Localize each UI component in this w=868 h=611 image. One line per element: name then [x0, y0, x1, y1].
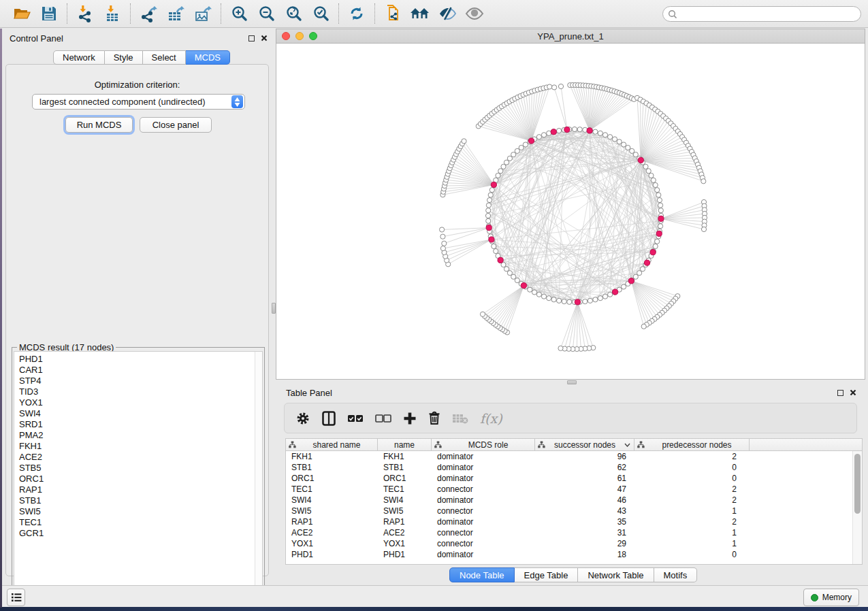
- import-table-icon[interactable]: [102, 3, 123, 24]
- show-graphics-details-eye-icon[interactable]: [464, 3, 485, 24]
- tab-network-table[interactable]: Network Table: [578, 567, 654, 582]
- table-row[interactable]: YOX1YOX1connector291: [286, 538, 852, 549]
- search-input[interactable]: [677, 8, 861, 20]
- mcds-result-item[interactable]: ORC1: [14, 474, 262, 484]
- tab-select[interactable]: Select: [143, 50, 186, 65]
- mcds-result-item[interactable]: PMA2: [14, 430, 262, 441]
- import-network-icon[interactable]: [75, 3, 95, 24]
- zoom-selected-icon[interactable]: [310, 3, 331, 24]
- tab-node-table[interactable]: Node Table: [449, 567, 515, 582]
- memory-status-dot-icon: [811, 594, 818, 601]
- tab-motifs[interactable]: Motifs: [654, 567, 698, 582]
- table-options-gear-icon[interactable]: [295, 408, 310, 429]
- table-row[interactable]: RAP1RAP1dominator352: [286, 516, 852, 527]
- run-mcds-button[interactable]: Run MCDS: [65, 117, 133, 133]
- table-scrollbar-thumb[interactable]: [854, 454, 861, 514]
- column-header-successor-nodes[interactable]: successor nodes: [535, 439, 634, 450]
- table-row[interactable]: TEC1TEC1connector472: [286, 484, 852, 495]
- network-panel: YPA_prune.txt_1: [276, 29, 865, 380]
- tab-mcds[interactable]: MCDS: [186, 50, 230, 65]
- table-cell: YOX1: [286, 538, 378, 549]
- mcds-result-item[interactable]: FKH1: [14, 441, 262, 452]
- node-table-rows[interactable]: FKH1FKH1dominator962STB1STB1dominator620…: [286, 451, 852, 564]
- mcds-result-item[interactable]: GCR1: [14, 528, 262, 539]
- memory-button[interactable]: Memory: [803, 589, 859, 606]
- select-all-rows-icon[interactable]: [347, 408, 364, 429]
- optimization-criterion-select[interactable]: largest connected component (undirected): [32, 94, 245, 110]
- network-window-titlebar[interactable]: YPA_prune.txt_1: [276, 29, 865, 44]
- save-session-icon[interactable]: [39, 3, 59, 24]
- float-table-panel-icon[interactable]: [837, 390, 843, 396]
- mcds-list-scrollbar[interactable]: [255, 352, 262, 597]
- deselect-all-rows-icon[interactable]: [375, 408, 391, 429]
- delete-column-trash-icon[interactable]: [428, 408, 440, 429]
- table-row[interactable]: ORC1ORC1dominator610: [286, 473, 852, 484]
- export-network-icon[interactable]: [138, 3, 159, 24]
- memory-label: Memory: [822, 593, 852, 602]
- task-history-list-icon[interactable]: [7, 589, 25, 606]
- mcds-result-item[interactable]: STB1: [14, 495, 262, 506]
- column-header-name[interactable]: name: [378, 439, 432, 450]
- close-panel-button[interactable]: Close panel: [140, 117, 212, 133]
- mcds-result-list[interactable]: PHD1CAR1STP4TID3YOX1SWI4SRD1PMA2FKH1ACE2…: [14, 351, 263, 597]
- show-all-panels-houses-icon[interactable]: [410, 3, 430, 24]
- tab-edge-table[interactable]: Edge Table: [515, 567, 579, 582]
- table-row[interactable]: ACE2ACE2connector311: [286, 527, 852, 538]
- export-table-icon[interactable]: [165, 3, 186, 24]
- network-window-title: YPA_prune.txt_1: [276, 31, 865, 42]
- hide-panels-eye-slash-icon[interactable]: [437, 3, 457, 24]
- mcds-result-item[interactable]: RAP1: [14, 484, 262, 495]
- close-table-panel-icon[interactable]: [850, 389, 856, 396]
- select-stepper-icon: [231, 95, 243, 108]
- delete-table-icon[interactable]: [452, 408, 468, 429]
- function-builder-icon[interactable]: f(x): [480, 408, 502, 429]
- table-cell: ACE2: [378, 527, 432, 538]
- sort-caret-icon[interactable]: [624, 443, 630, 447]
- apply-layout-icon[interactable]: [347, 3, 367, 24]
- mcds-result-item[interactable]: STB5: [14, 463, 262, 474]
- table-cell: connector: [432, 506, 535, 516]
- show-column-panel-icon[interactable]: [322, 408, 336, 429]
- search-box[interactable]: [662, 6, 861, 22]
- new-network-from-selection-icon[interactable]: [383, 3, 403, 24]
- float-panel-icon[interactable]: [248, 35, 255, 42]
- table-cell: YOX1: [378, 538, 432, 549]
- mcds-result-item[interactable]: TID3: [14, 386, 262, 397]
- table-cell: 2: [634, 484, 750, 495]
- network-canvas[interactable]: [276, 44, 865, 380]
- table-cell: 29: [535, 538, 634, 549]
- column-header-MCDS-role[interactable]: MCDS role: [432, 439, 535, 450]
- table-cell: SWI5: [286, 506, 378, 516]
- tab-network[interactable]: Network: [53, 50, 105, 65]
- table-row[interactable]: SWI4SWI4dominator462: [286, 495, 852, 506]
- open-session-icon[interactable]: [12, 3, 32, 24]
- table-cell: dominator: [432, 495, 535, 506]
- mcds-result-item[interactable]: SWI4: [14, 408, 262, 419]
- table-scrollbar[interactable]: [852, 451, 862, 564]
- mcds-result-item[interactable]: CAR1: [14, 365, 262, 376]
- column-header-predecessor-nodes[interactable]: predecessor nodes: [634, 439, 750, 450]
- mcds-result-item[interactable]: PHD1: [14, 354, 262, 365]
- add-column-plus-icon[interactable]: [403, 408, 417, 429]
- mcds-result-item[interactable]: ACE2: [14, 452, 262, 463]
- table-row[interactable]: STB1STB1dominator620: [286, 462, 852, 473]
- mcds-result-item[interactable]: STP4: [14, 376, 262, 386]
- column-type-icon: [637, 441, 645, 448]
- export-image-icon[interactable]: [193, 3, 213, 24]
- table-row[interactable]: FKH1FKH1dominator962: [286, 451, 852, 462]
- column-header-shared-name[interactable]: shared name: [286, 439, 378, 450]
- mcds-result-item[interactable]: TEC1: [14, 517, 262, 528]
- zoom-out-icon[interactable]: [256, 3, 276, 24]
- table-row[interactable]: PHD1PHD1dominator180: [286, 549, 852, 560]
- mcds-tab-panel: Optimization criterion: largest connecte…: [5, 64, 269, 576]
- mcds-result-item[interactable]: SWI5: [14, 506, 262, 517]
- tab-style[interactable]: Style: [105, 50, 143, 65]
- mcds-result-item[interactable]: SRD1: [14, 419, 262, 430]
- close-panel-icon[interactable]: [261, 35, 268, 42]
- table-row[interactable]: SWI5SWI5connector431: [286, 506, 852, 516]
- zoom-fit-icon[interactable]: [283, 3, 304, 24]
- mcds-result-item[interactable]: YOX1: [14, 397, 262, 408]
- node-table: shared namenameMCDS rolesuccessor nodesp…: [285, 438, 863, 565]
- table-panel-title: Table Panel: [286, 388, 332, 398]
- zoom-in-icon[interactable]: [229, 3, 249, 24]
